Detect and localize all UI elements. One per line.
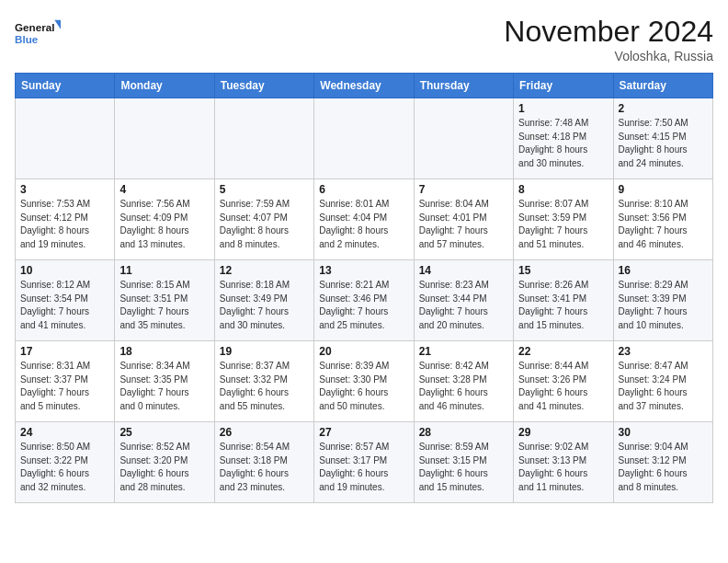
cell-week5-day0: 24Sunrise: 8:50 AM Sunset: 3:22 PM Dayli… [16,422,115,503]
day-number: 13 [319,264,408,277]
cell-week4-day1: 18Sunrise: 8:34 AM Sunset: 3:35 PM Dayli… [115,341,214,422]
day-info: Sunrise: 8:34 AM Sunset: 3:35 PM Dayligh… [119,360,209,413]
day-number: 6 [319,183,408,196]
svg-marker-2 [54,20,61,29]
day-info: Sunrise: 7:59 AM Sunset: 4:07 PM Dayligh… [220,198,309,251]
month-title: November 2024 [504,15,713,49]
day-number: 21 [419,345,508,358]
cell-week1-day6: 2Sunrise: 7:50 AM Sunset: 4:15 PM Daylig… [613,98,712,179]
day-number: 28 [419,426,508,439]
day-number: 15 [518,264,608,277]
week-row-2: 3Sunrise: 7:53 AM Sunset: 4:12 PM Daylig… [16,179,713,260]
cell-week1-day1 [115,98,214,179]
day-info: Sunrise: 8:23 AM Sunset: 3:44 PM Dayligh… [419,279,508,332]
day-info: Sunrise: 8:54 AM Sunset: 3:18 PM Dayligh… [220,441,309,494]
header-monday: Monday [115,74,214,98]
cell-week3-day0: 10Sunrise: 8:12 AM Sunset: 3:54 PM Dayli… [16,260,115,341]
day-info: Sunrise: 8:59 AM Sunset: 3:15 PM Dayligh… [419,441,508,494]
day-info: Sunrise: 8:10 AM Sunset: 3:56 PM Dayligh… [619,198,708,251]
day-info: Sunrise: 8:04 AM Sunset: 4:01 PM Dayligh… [419,198,508,251]
header-saturday: Saturday [613,74,712,98]
logo: General Blue [15,15,61,52]
calendar-header: SundayMondayTuesdayWednesdayThursdayFrid… [16,74,713,98]
cell-week5-day4: 28Sunrise: 8:59 AM Sunset: 3:15 PM Dayli… [414,422,513,503]
cell-week1-day5: 1Sunrise: 7:48 AM Sunset: 4:18 PM Daylig… [514,98,613,179]
day-info: Sunrise: 7:48 AM Sunset: 4:18 PM Dayligh… [518,117,608,170]
cell-week4-day5: 22Sunrise: 8:44 AM Sunset: 3:26 PM Dayli… [514,341,613,422]
day-number: 16 [619,264,708,277]
day-info: Sunrise: 7:50 AM Sunset: 4:15 PM Dayligh… [619,117,708,170]
day-number: 20 [319,345,408,358]
svg-text:Blue: Blue [15,33,39,45]
day-info: Sunrise: 8:15 AM Sunset: 3:51 PM Dayligh… [119,279,209,332]
week-row-4: 17Sunrise: 8:31 AM Sunset: 3:37 PM Dayli… [16,341,713,422]
cell-week3-day2: 12Sunrise: 8:18 AM Sunset: 3:49 PM Dayli… [214,260,313,341]
day-number: 29 [518,426,608,439]
header: General Blue November 2024 Voloshka, Rus… [15,15,713,63]
cell-week5-day6: 30Sunrise: 9:04 AM Sunset: 3:12 PM Dayli… [613,422,712,503]
cell-week5-day3: 27Sunrise: 8:57 AM Sunset: 3:17 PM Dayli… [314,422,414,503]
cell-week4-day2: 19Sunrise: 8:37 AM Sunset: 3:32 PM Dayli… [214,341,313,422]
day-number: 22 [518,345,608,358]
cell-week3-day3: 13Sunrise: 8:21 AM Sunset: 3:46 PM Dayli… [314,260,414,341]
day-number: 4 [119,183,209,196]
header-friday: Friday [514,74,613,98]
day-info: Sunrise: 8:50 AM Sunset: 3:22 PM Dayligh… [20,441,109,494]
day-info: Sunrise: 8:07 AM Sunset: 3:59 PM Dayligh… [518,198,608,251]
location: Voloshka, Russia [504,49,713,63]
day-number: 5 [220,183,309,196]
cell-week1-day3 [314,98,414,179]
week-row-1: 1Sunrise: 7:48 AM Sunset: 4:18 PM Daylig… [16,98,713,179]
day-number: 11 [119,264,209,277]
cell-week3-day5: 15Sunrise: 8:26 AM Sunset: 3:41 PM Dayli… [514,260,613,341]
cell-week4-day4: 21Sunrise: 8:42 AM Sunset: 3:28 PM Dayli… [414,341,513,422]
day-number: 14 [419,264,508,277]
day-info: Sunrise: 8:21 AM Sunset: 3:46 PM Dayligh… [319,279,408,332]
title-area: November 2024 Voloshka, Russia [504,15,713,63]
cell-week1-day0 [16,98,115,179]
cell-week1-day4 [414,98,513,179]
day-info: Sunrise: 8:12 AM Sunset: 3:54 PM Dayligh… [20,279,109,332]
day-number: 30 [619,426,708,439]
cell-week2-day5: 8Sunrise: 8:07 AM Sunset: 3:59 PM Daylig… [514,179,613,260]
day-number: 26 [220,426,309,439]
day-number: 24 [20,426,109,439]
day-info: Sunrise: 8:37 AM Sunset: 3:32 PM Dayligh… [220,360,309,413]
cell-week2-day6: 9Sunrise: 8:10 AM Sunset: 3:56 PM Daylig… [613,179,712,260]
day-number: 23 [619,345,708,358]
cell-week4-day0: 17Sunrise: 8:31 AM Sunset: 3:37 PM Dayli… [16,341,115,422]
cell-week3-day4: 14Sunrise: 8:23 AM Sunset: 3:44 PM Dayli… [414,260,513,341]
day-number: 19 [220,345,309,358]
cell-week4-day6: 23Sunrise: 8:47 AM Sunset: 3:24 PM Dayli… [613,341,712,422]
day-number: 2 [619,102,708,115]
day-number: 1 [518,102,608,115]
week-row-3: 10Sunrise: 8:12 AM Sunset: 3:54 PM Dayli… [16,260,713,341]
day-info: Sunrise: 7:56 AM Sunset: 4:09 PM Dayligh… [119,198,209,251]
day-info: Sunrise: 8:44 AM Sunset: 3:26 PM Dayligh… [518,360,608,413]
header-thursday: Thursday [414,74,513,98]
day-number: 9 [619,183,708,196]
day-info: Sunrise: 7:53 AM Sunset: 4:12 PM Dayligh… [20,198,109,251]
day-info: Sunrise: 8:47 AM Sunset: 3:24 PM Dayligh… [619,360,708,413]
day-info: Sunrise: 8:57 AM Sunset: 3:17 PM Dayligh… [319,441,408,494]
cell-week2-day1: 4Sunrise: 7:56 AM Sunset: 4:09 PM Daylig… [115,179,214,260]
day-info: Sunrise: 9:04 AM Sunset: 3:12 PM Dayligh… [619,441,708,494]
cell-week2-day4: 7Sunrise: 8:04 AM Sunset: 4:01 PM Daylig… [414,179,513,260]
day-info: Sunrise: 8:31 AM Sunset: 3:37 PM Dayligh… [20,360,109,413]
cell-week5-day5: 29Sunrise: 9:02 AM Sunset: 3:13 PM Dayli… [514,422,613,503]
day-info: Sunrise: 8:18 AM Sunset: 3:49 PM Dayligh… [220,279,309,332]
header-row: SundayMondayTuesdayWednesdayThursdayFrid… [16,74,713,98]
day-number: 12 [220,264,309,277]
cell-week3-day6: 16Sunrise: 8:29 AM Sunset: 3:39 PM Dayli… [613,260,712,341]
header-tuesday: Tuesday [214,74,313,98]
cell-week4-day3: 20Sunrise: 8:39 AM Sunset: 3:30 PM Dayli… [314,341,414,422]
day-number: 17 [20,345,109,358]
day-number: 27 [319,426,408,439]
calendar-table: SundayMondayTuesdayWednesdayThursdayFrid… [15,73,713,503]
day-info: Sunrise: 8:29 AM Sunset: 3:39 PM Dayligh… [619,279,708,332]
day-info: Sunrise: 8:52 AM Sunset: 3:20 PM Dayligh… [119,441,209,494]
day-info: Sunrise: 8:01 AM Sunset: 4:04 PM Dayligh… [319,198,408,251]
day-info: Sunrise: 8:39 AM Sunset: 3:30 PM Dayligh… [319,360,408,413]
cell-week5-day2: 26Sunrise: 8:54 AM Sunset: 3:18 PM Dayli… [214,422,313,503]
day-info: Sunrise: 8:26 AM Sunset: 3:41 PM Dayligh… [518,279,608,332]
